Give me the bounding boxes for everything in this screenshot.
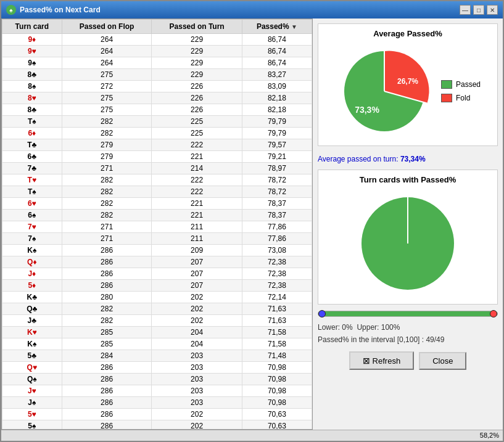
cell-flop: 282 xyxy=(62,116,152,128)
legend-fold: Fold xyxy=(441,94,481,102)
pie-chart-section: Average Passed% 73,3% 26,7% xyxy=(318,23,498,146)
cell-flop: 286 xyxy=(62,280,152,292)
legend-fold-label: Fold xyxy=(456,94,470,102)
table-row: T♠28222278,72 xyxy=(2,186,312,198)
cell-pct: 72,38 xyxy=(242,256,312,268)
left-panel: Turn card Passed on Flop Passed on Turn … xyxy=(1,18,313,430)
cell-pct: 83,27 xyxy=(242,69,312,81)
cell-turn: 203 xyxy=(152,374,242,385)
cell-card: Q♥ xyxy=(2,362,62,374)
title-bar: ♠ Passed% on Next Card — □ ✕ xyxy=(1,1,503,18)
table-row: 6♥28222178,37 xyxy=(2,198,312,210)
cell-flop: 286 xyxy=(62,397,152,409)
cell-card: T♥ xyxy=(2,174,62,186)
cell-pct: 78,37 xyxy=(242,198,312,210)
cell-flop: 282 xyxy=(62,174,152,186)
cell-flop: 264 xyxy=(62,57,152,69)
cell-flop: 286 xyxy=(62,409,152,420)
cell-turn: 211 xyxy=(152,233,242,245)
cell-card: Q♦ xyxy=(2,256,62,268)
cell-pct: 70,98 xyxy=(242,362,312,374)
table-row: 5♠28620270,63 xyxy=(2,420,312,430)
title-bar-left: ♠ Passed% on Next Card xyxy=(6,5,101,15)
cell-pct: 71,58 xyxy=(242,327,312,338)
refresh-icon: ⊠ xyxy=(363,356,370,366)
cell-pct: 77,86 xyxy=(242,233,312,245)
cell-card: 6♥ xyxy=(2,198,62,210)
col-header-passed-turn[interactable]: Passed on Turn xyxy=(152,20,242,34)
table-row: K♥28520471,58 xyxy=(2,327,312,338)
cell-card: 7♥ xyxy=(2,221,62,233)
cell-flop: 286 xyxy=(62,256,152,268)
cell-pct: 86,74 xyxy=(242,57,312,69)
table-row: Q♠28620370,98 xyxy=(2,374,312,385)
col-header-passed-flop[interactable]: Passed on Flop xyxy=(62,20,152,34)
slider-right-thumb[interactable] xyxy=(490,310,497,317)
cell-pct: 86,74 xyxy=(242,46,312,57)
slider-track[interactable] xyxy=(318,311,498,317)
cell-flop: 282 xyxy=(62,303,152,315)
svg-text:73,3%: 73,3% xyxy=(355,105,379,115)
cell-card: J♣ xyxy=(2,315,62,327)
table-row: 8♥27522682,18 xyxy=(2,92,312,104)
table-row: Q♥28620370,98 xyxy=(2,362,312,374)
minimize-button[interactable]: — xyxy=(460,5,471,15)
cell-pct: 79,57 xyxy=(242,139,312,151)
slider-left-thumb[interactable] xyxy=(318,310,326,317)
avg-passed-text: Average passed on turn: 73,34% xyxy=(318,152,426,166)
cell-flop: 286 xyxy=(62,420,152,430)
close-button[interactable]: Close xyxy=(419,352,466,370)
legend-fold-color xyxy=(441,94,452,102)
right-panel: Average Passed% 73,3% 26,7% xyxy=(313,18,503,430)
cell-turn: 209 xyxy=(152,245,242,256)
cell-flop: 280 xyxy=(62,292,152,303)
cell-turn: 221 xyxy=(152,151,242,163)
pie-chart-title: Average Passed% xyxy=(373,29,442,38)
cell-flop: 282 xyxy=(62,128,152,139)
cell-turn: 202 xyxy=(152,303,242,315)
donut-chart-title: Turn cards with Passed% xyxy=(360,175,456,184)
cell-turn: 229 xyxy=(152,69,242,81)
cell-card: 5♥ xyxy=(2,409,62,420)
cell-card: 6♣ xyxy=(2,151,62,163)
cell-flop: 275 xyxy=(62,92,152,104)
cell-pct: 71,58 xyxy=(242,338,312,350)
cell-pct: 70,63 xyxy=(242,409,312,420)
cell-pct: 78,72 xyxy=(242,186,312,198)
cell-pct: 78,72 xyxy=(242,174,312,186)
cell-turn: 214 xyxy=(152,163,242,174)
col-header-passed-pct[interactable]: Passed% ▼ xyxy=(242,20,312,34)
table-row: 9♠26422986,74 xyxy=(2,57,312,69)
cell-flop: 264 xyxy=(62,46,152,57)
cell-pct: 72,38 xyxy=(242,268,312,280)
data-table-container[interactable]: Turn card Passed on Flop Passed on Turn … xyxy=(1,18,313,430)
cell-turn: 229 xyxy=(152,46,242,57)
cell-card: 6♦ xyxy=(2,128,62,139)
table-row: 9♥26422986,74 xyxy=(2,46,312,57)
close-window-button[interactable]: ✕ xyxy=(487,5,498,15)
cell-flop: 272 xyxy=(62,81,152,92)
cell-flop: 286 xyxy=(62,362,152,374)
cell-turn: 221 xyxy=(152,210,242,221)
maximize-button[interactable]: □ xyxy=(473,5,484,15)
cell-flop: 285 xyxy=(62,338,152,350)
cell-turn: 222 xyxy=(152,186,242,198)
table-row: 7♠27121177,86 xyxy=(2,233,312,245)
legend-passed-label: Passed xyxy=(456,80,481,89)
cell-flop: 271 xyxy=(62,163,152,174)
cell-pct: 70,98 xyxy=(242,374,312,385)
main-window: ♠ Passed% on Next Card — □ ✕ Turn card P… xyxy=(0,0,504,442)
col-header-turn-card[interactable]: Turn card xyxy=(2,20,62,34)
cell-flop: 275 xyxy=(62,69,152,81)
table-row: J♦28620772,38 xyxy=(2,268,312,280)
title-bar-controls: — □ ✕ xyxy=(460,5,498,15)
donut-chart-section: Turn cards with Passed% xyxy=(318,170,498,305)
cell-flop: 282 xyxy=(62,198,152,210)
table-row: Q♣28220271,63 xyxy=(2,303,312,315)
cell-flop: 271 xyxy=(62,233,152,245)
refresh-button[interactable]: ⊠ Refresh xyxy=(349,351,415,370)
cell-flop: 282 xyxy=(62,210,152,221)
cell-card: J♦ xyxy=(2,268,62,280)
data-table: Turn card Passed on Flop Passed on Turn … xyxy=(2,19,312,430)
pie-chart-svg: 73,3% 26,7% xyxy=(335,42,434,141)
